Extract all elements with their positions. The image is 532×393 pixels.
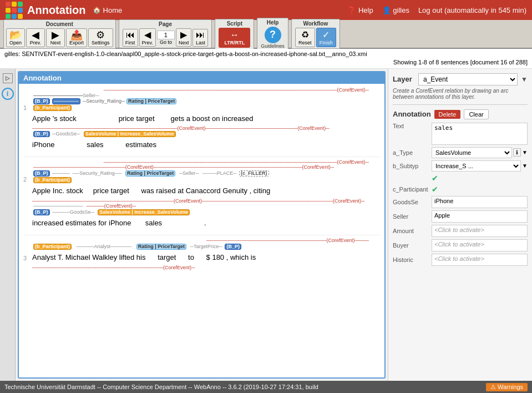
sentence-1-text: Apple 's stock price target gets a boost… (32, 112, 380, 126)
home-icon: 🏠 (93, 6, 101, 14)
showing-info: Showing 1-8 of 8 sentences [document 16 … (4, 58, 528, 67)
settings-icon: ⚙ (96, 30, 105, 40)
goods-seller-field-row: GoodsSe iPhone (393, 196, 528, 208)
right-panel: Layer a_Event ▼ Create a CorefEvent rela… (388, 69, 532, 381)
workflow-section-label: Workflow (303, 21, 328, 27)
clear-button[interactable]: Clear (464, 109, 488, 119)
c-participant-label: c_Participant (393, 186, 432, 193)
a-type-field-row: a_Type SalesVolume ℹ ▼ (393, 147, 528, 158)
logout-link[interactable]: Log out (automatically in 545 min) (418, 6, 526, 14)
text-value[interactable]: sales (432, 123, 528, 145)
amount-label: Amount (393, 228, 432, 234)
left-sidebar: ▷ i (0, 69, 16, 381)
first-icon: ⏮ (126, 30, 135, 40)
layer-dropdown-icon: ▼ (521, 75, 528, 83)
annotation-section: Annotation Delete Clear Text sales a_Typ… (393, 109, 528, 266)
annotation-area: Annotation ─────────────────────────────… (18, 71, 386, 379)
document-section-label: Document (46, 21, 73, 27)
file-path: gilles: SENTIVENT-event-english-1.0-clea… (4, 50, 528, 58)
page-section-label: Page (159, 21, 172, 27)
sidebar-arrow-button[interactable]: ▷ (3, 73, 13, 83)
home-link[interactable]: Home (103, 6, 123, 14)
page-section: Page ⏮ First ◀ Prev. Go to ▶ Next (119, 19, 212, 48)
b-subtype-select[interactable]: Increase_S ... (432, 160, 521, 172)
goods-seller-value: iPhone (432, 196, 528, 208)
document-section: Document 📂 Open ◀ Prev. ▶ Next 📤 Export (3, 19, 116, 49)
go-to-label: Go to (160, 39, 172, 45)
next-page-button[interactable]: ▶ Next (176, 28, 192, 47)
prev-document-button[interactable]: ◀ Prev. (26, 28, 45, 47)
layer-label: Layer (393, 75, 415, 83)
finish-button[interactable]: ✓ Finish (316, 28, 336, 47)
sentence-3: ──────────────────────────────────(Coref… (23, 235, 380, 270)
layer-select[interactable]: a_Event (418, 73, 518, 85)
script-section: Script ↔ LTR/RTL (215, 19, 254, 49)
reset-icon: ♻ (301, 29, 309, 40)
b-subtype-field-row: b_Subtyp Increase_S ... ▼ (393, 160, 528, 172)
a-type-select[interactable]: SalesVolume (432, 147, 512, 158)
finish-icon: ✓ (322, 29, 330, 40)
page-number-input[interactable] (157, 31, 175, 39)
next-page-icon: ▶ (180, 29, 187, 40)
header: Annotation 🏠 Home ❓ Help 👤 gilles Log ou… (0, 0, 532, 20)
amount-field-row: Amount <Click to activate> (393, 225, 528, 237)
delete-button[interactable]: Delete (434, 110, 461, 119)
layer-description: Create a CorefEvent relation by drawing … (393, 88, 528, 100)
reset-button[interactable]: ♻ Reset (295, 28, 315, 47)
annotation-content[interactable]: ────────────────────────────────────────… (19, 84, 384, 377)
warnings-button[interactable]: ⚠ Warnings (486, 383, 528, 391)
sentence-2-text2: increased estimates for iPhone sales . (32, 216, 380, 230)
c-participant-check-icon: ✔ (432, 185, 438, 194)
historic-label: Historic (393, 256, 432, 263)
open-button[interactable]: 📂 Open (6, 28, 25, 47)
app-logo (6, 2, 23, 19)
workflow-section: Workflow ♻ Reset ✓ Finish (291, 19, 340, 49)
text-field-row: Text sales (393, 123, 528, 145)
sentence-2-text: Apple Inc. stock price target was raised… (32, 184, 380, 198)
a-type-info-button[interactable]: ℹ (513, 148, 521, 157)
prev-page-button[interactable]: ◀ Prev. (139, 28, 156, 47)
next-doc-label: Next (50, 40, 61, 46)
ltr-rtl-button[interactable]: ↔ LTR/RTL (219, 28, 250, 48)
guidelines-button[interactable]: ? (265, 27, 281, 43)
sentence-3-text: Analyst T. Michael Walkley lifted his ta… (32, 250, 380, 265)
help-link[interactable]: ❓ Help (347, 6, 373, 14)
b-subtype-dropdown-icon: ▼ (522, 163, 528, 169)
user-link[interactable]: 👤 gilles (382, 6, 409, 14)
last-icon: ⏭ (196, 30, 205, 40)
a-type-label: a_Type (393, 149, 432, 156)
footer: Technische Universität Darmstadt -- Comp… (0, 381, 532, 393)
footer-text: Technische Universität Darmstadt -- Comp… (4, 384, 318, 390)
sentence-2: ────────────────────────────────────────… (23, 157, 380, 231)
export-label: Export (69, 40, 84, 46)
next-document-button[interactable]: ▶ Next (46, 28, 65, 47)
seller-field-row: Seller Apple (393, 210, 528, 223)
b-subtype-label: b_Subtyp (393, 163, 432, 169)
sentence-1: ────────────────────────────────────────… (23, 87, 380, 152)
settings-button[interactable]: ⚙ Settings (88, 28, 113, 47)
settings-label: Settings (92, 40, 110, 46)
export-button[interactable]: 📤 Export (66, 28, 87, 47)
b-subtype-check-icon: ✔ (432, 174, 438, 183)
c-participant-field-row: c_Participant ✔ (393, 185, 528, 194)
prev-page-icon: ◀ (144, 29, 151, 40)
help-section: Help ? Guidelines (257, 18, 288, 51)
last-page-button[interactable]: ⏭ Last (192, 29, 208, 47)
annotation-section-title: Annotation (393, 110, 431, 118)
a-type-dropdown-icon: ▼ (522, 149, 528, 155)
buyer-placeholder[interactable]: <Click to activate> (432, 239, 528, 251)
first-page-button[interactable]: ⏮ First (123, 29, 138, 47)
app-title: Annotation (27, 4, 86, 17)
prev-doc-icon: ◀ (32, 30, 39, 40)
amount-placeholder[interactable]: <Click to activate> (432, 225, 528, 237)
annotation-area-header: Annotation (19, 72, 384, 84)
info-button[interactable]: i (2, 88, 14, 100)
open-icon: 📂 (9, 30, 22, 40)
help-section-label: Help (267, 19, 279, 26)
ltr-rtl-icon: ↔ (230, 30, 239, 40)
main-content: ▷ i Annotation ─────────────────────────… (0, 69, 532, 381)
script-section-label: Script (227, 21, 242, 27)
historic-placeholder[interactable]: <Click to activate> (432, 254, 528, 266)
historic-field-row: Historic <Click to activate> (393, 254, 528, 266)
seller-value: Apple (432, 210, 528, 223)
